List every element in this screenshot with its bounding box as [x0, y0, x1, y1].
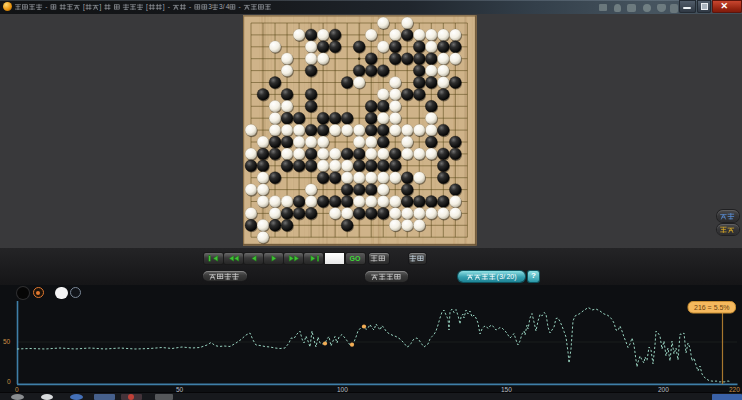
svg-text:[: [: [83, 3, 85, 11]
svg-text:[: [: [146, 3, 148, 11]
svg-text:]: ]: [100, 3, 102, 11]
svg-text:3: 3: [208, 3, 212, 10]
svg-text:-: -: [189, 3, 191, 10]
svg-text:4: 4: [226, 3, 230, 10]
svg-text:-: -: [168, 3, 170, 10]
svg-text:-: -: [45, 3, 47, 10]
svg-text:]: ]: [163, 3, 165, 11]
svg-text:-: -: [239, 3, 241, 10]
svg-text:/: /: [223, 3, 225, 10]
svg-text:/: /: [503, 273, 505, 280]
svg-text:): ): [514, 273, 516, 281]
